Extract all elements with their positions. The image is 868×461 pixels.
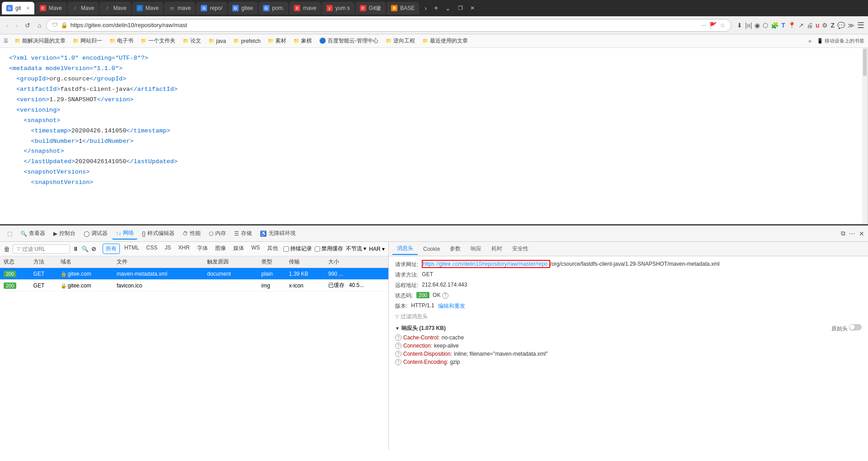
tab-2[interactable]: / Mave [67, 2, 99, 14]
bookmark-item-9[interactable]: 象棋 [291, 36, 315, 46]
devtools-tab-console[interactable]: ▶ 控制台 [50, 228, 79, 239]
disable-cache-label[interactable]: 禁用缓存 [315, 245, 343, 253]
tab-8[interactable]: G gitee [228, 2, 258, 14]
new-tab-button[interactable]: + [431, 3, 441, 13]
col-method[interactable]: 方法 [30, 256, 57, 268]
request-tab-timing[interactable]: 耗时 [487, 243, 507, 254]
mobile-bookmarks[interactable]: 📱 移动设备上的书签 [817, 38, 864, 44]
extensions-icon[interactable]: 🧩 [771, 22, 778, 29]
tab-13[interactable]: B BASE [387, 2, 419, 14]
restore-window[interactable]: ❐ [455, 4, 466, 12]
request-tab-cookie[interactable]: Cookie [419, 244, 444, 254]
tab-4[interactable]: □ Mave [132, 2, 163, 14]
tab-close-7[interactable]: ✕ [26, 5, 30, 11]
tab-6[interactable]: G repo/ [196, 2, 226, 14]
filter-media[interactable]: 媒体 [231, 244, 247, 254]
devtools-tab-debugger[interactable]: ◯ 调试器 [80, 228, 111, 239]
reader-mode-icon[interactable]: ⋯ [701, 22, 707, 28]
bookmark-item-6[interactable]: java [206, 37, 229, 45]
filter-js[interactable]: JS [162, 244, 174, 254]
devtools-undock[interactable]: ⧉ [841, 230, 845, 237]
forward-button[interactable]: › [13, 20, 21, 31]
bookmark-item-10[interactable]: 🔵 百度智能云-管理中心 [316, 36, 381, 46]
tab-9[interactable]: G pom. [259, 2, 289, 14]
col-transfer[interactable]: 传输 [285, 256, 325, 268]
response-headers-section[interactable]: 响应头 (1.073 KB) 原始头 [395, 324, 862, 333]
devtools-tab-style[interactable]: {} 样式编辑器 [138, 228, 178, 239]
tab-11[interactable]: y yum s [322, 2, 354, 14]
devtools-tab-accessibility[interactable]: ♿ 无障碍环境 [256, 228, 299, 239]
menu-icon[interactable]: ☰ [857, 20, 864, 30]
rh-1-help[interactable]: ? [395, 334, 401, 341]
zotero-icon[interactable]: Z [830, 22, 835, 29]
filter-xhr[interactable]: XHR [175, 244, 192, 254]
filter-ws[interactable]: WS [249, 244, 263, 254]
persist-log-checkbox[interactable] [283, 246, 289, 252]
url-filter-input[interactable] [22, 246, 66, 252]
filter-font[interactable]: 字体 [194, 244, 211, 254]
scrollbar-thumb[interactable] [863, 49, 867, 76]
tab-1[interactable]: C Mave [35, 2, 66, 14]
request-tab-headers[interactable]: 消息头 [392, 243, 418, 255]
filter-html[interactable]: HTML [122, 244, 142, 254]
request-tab-params[interactable]: 参数 [445, 243, 465, 254]
no-throttle-select[interactable]: 不节流 ▾ [346, 245, 366, 253]
devtools-tab-inspector[interactable]: 🔍 查看器 [17, 228, 49, 239]
raw-toggle-switch[interactable] [849, 324, 862, 330]
edit-resend-button[interactable]: 编辑和重发 [438, 302, 465, 310]
col-file[interactable]: 文件 [113, 256, 203, 268]
tab-10[interactable]: C mave [289, 2, 321, 14]
map-pin-icon[interactable]: 📍 [788, 22, 796, 29]
request-url-link[interactable]: https://gitee.com/delin10/repository/raw… [423, 261, 547, 267]
devtools-pick-element[interactable]: ⬚ [4, 229, 16, 239]
tab-7[interactable]: G git ✕ [2, 2, 34, 14]
network-row-1[interactable]: 200 GET 🔒gitee.com maven-metadata.xml do… [0, 268, 388, 280]
tab-list-button[interactable]: ⌄ [443, 4, 453, 13]
filter-css[interactable]: CSS [144, 244, 160, 254]
rh-4-help[interactable]: ? [395, 359, 401, 365]
pocket-icon[interactable]: ◉ [755, 22, 760, 29]
devtools-close[interactable]: ✕ [859, 230, 864, 237]
rh-3-help[interactable]: ? [395, 351, 401, 357]
tab-3[interactable]: / Mave [99, 2, 131, 14]
disable-cache-checkbox[interactable] [315, 246, 320, 252]
translate-icon[interactable]: T [781, 22, 785, 29]
rh-2-help[interactable]: ? [395, 343, 401, 349]
persist-log-label[interactable]: 持续记录 [283, 245, 312, 253]
bookmark-item-11[interactable]: 逆向工程 [383, 36, 418, 46]
col-trigger[interactable]: 触发原因 [203, 256, 258, 268]
scrollbar-track[interactable] [862, 48, 868, 224]
ublock-icon[interactable]: u [816, 22, 820, 29]
request-tab-response[interactable]: 响应 [466, 243, 486, 254]
download-icon[interactable]: ⬇ [737, 22, 742, 29]
filter-other[interactable]: 其他 [264, 244, 281, 254]
home-button[interactable]: ⌂ [35, 20, 44, 31]
col-size[interactable]: 大小 [325, 256, 388, 268]
raw-headers-toggle[interactable]: 原始头 [831, 324, 862, 333]
url-input[interactable] [71, 22, 698, 28]
history-icon[interactable]: ↗ [798, 22, 804, 29]
bookmark-item-8[interactable]: 素材 [265, 36, 289, 46]
har-button[interactable]: HAR ▾ [369, 246, 385, 252]
bookmark-item-2[interactable]: 网站归一 [70, 36, 105, 46]
devtools-tab-memory[interactable]: ⬡ 内存 [205, 228, 230, 239]
tab-scroll-right[interactable]: › [422, 4, 429, 13]
filter-all[interactable]: 所有 [103, 244, 120, 254]
bookmark-item-5[interactable]: 论文 [180, 36, 204, 46]
devtools-tab-storage[interactable]: ☰ 存储 [231, 228, 255, 239]
devtools-more[interactable]: ⋯ [849, 230, 855, 237]
close-window[interactable]: ✕ [467, 4, 477, 12]
bookmark-icon[interactable]: ☆ [720, 22, 726, 29]
network-row-2[interactable]: 200 GET 🔒gitee.com favicon.ico img x-ico… [0, 280, 388, 292]
col-domain[interactable]: 域名 [57, 256, 113, 268]
bookmark-item-1[interactable]: 能解决问题的文章 [12, 36, 68, 46]
bookmark-item-7[interactable]: prefetch [231, 37, 263, 45]
col-type[interactable]: 类型 [258, 256, 285, 268]
back-button[interactable]: ‹ [4, 20, 11, 31]
reload-button[interactable]: ↺ [22, 20, 33, 31]
bookmarks-library-icon[interactable]: |ıı| [745, 22, 752, 29]
bookmarks-toggle-icon[interactable]: ☰ [4, 38, 8, 44]
block-url-icon[interactable]: ⊘ [91, 245, 96, 252]
settings-icon[interactable]: ⚙ [822, 22, 828, 29]
chat-icon[interactable]: 💬 [837, 22, 845, 29]
